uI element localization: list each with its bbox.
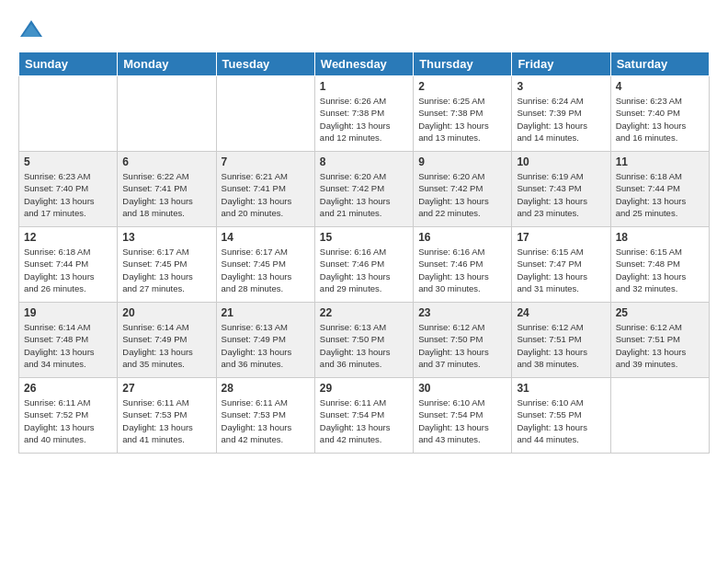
logo (18, 17, 48, 42)
day-cell: 14Sunrise: 6:17 AM Sunset: 7:45 PM Dayli… (216, 227, 314, 303)
day-number: 3 (517, 80, 605, 93)
day-number: 15 (320, 231, 408, 244)
day-cell: 30Sunrise: 6:10 AM Sunset: 7:54 PM Dayli… (414, 378, 512, 454)
week-row-3: 12Sunrise: 6:18 AM Sunset: 7:44 PM Dayli… (19, 227, 710, 303)
calendar-header-row: SundayMondayTuesdayWednesdayThursdayFrid… (19, 52, 710, 76)
day-number: 4 (616, 80, 704, 93)
day-number: 14 (222, 231, 310, 244)
col-header-monday: Monday (118, 52, 216, 76)
day-cell: 3Sunrise: 6:24 AM Sunset: 7:39 PM Daylig… (512, 76, 610, 152)
day-info: Sunrise: 6:11 AM Sunset: 7:53 PM Dayligh… (122, 396, 210, 445)
day-info: Sunrise: 6:11 AM Sunset: 7:52 PM Dayligh… (24, 396, 112, 445)
day-number: 5 (24, 155, 112, 168)
day-cell: 12Sunrise: 6:18 AM Sunset: 7:44 PM Dayli… (19, 227, 118, 303)
col-header-saturday: Saturday (610, 52, 709, 76)
col-header-thursday: Thursday (414, 52, 512, 76)
col-header-wednesday: Wednesday (314, 52, 413, 76)
day-cell (19, 76, 118, 152)
day-number: 9 (418, 155, 506, 168)
day-info: Sunrise: 6:17 AM Sunset: 7:45 PM Dayligh… (122, 246, 210, 294)
day-cell (610, 378, 709, 454)
day-number: 16 (418, 231, 506, 244)
day-number: 2 (418, 80, 506, 93)
day-cell: 31Sunrise: 6:10 AM Sunset: 7:55 PM Dayli… (512, 378, 610, 454)
day-cell: 6Sunrise: 6:22 AM Sunset: 7:41 PM Daylig… (118, 152, 216, 227)
day-info: Sunrise: 6:12 AM Sunset: 7:51 PM Dayligh… (517, 321, 605, 370)
day-cell: 22Sunrise: 6:13 AM Sunset: 7:50 PM Dayli… (314, 303, 413, 378)
day-cell: 13Sunrise: 6:17 AM Sunset: 7:45 PM Dayli… (118, 227, 216, 303)
week-row-5: 26Sunrise: 6:11 AM Sunset: 7:52 PM Dayli… (19, 378, 710, 454)
day-cell: 9Sunrise: 6:20 AM Sunset: 7:42 PM Daylig… (414, 152, 512, 227)
day-cell: 15Sunrise: 6:16 AM Sunset: 7:46 PM Dayli… (314, 227, 413, 303)
day-cell: 11Sunrise: 6:18 AM Sunset: 7:44 PM Dayli… (610, 152, 709, 227)
day-cell: 2Sunrise: 6:25 AM Sunset: 7:38 PM Daylig… (414, 76, 512, 152)
col-header-tuesday: Tuesday (216, 52, 314, 76)
day-info: Sunrise: 6:15 AM Sunset: 7:47 PM Dayligh… (517, 246, 605, 294)
day-info: Sunrise: 6:22 AM Sunset: 7:41 PM Dayligh… (122, 170, 210, 219)
day-number: 17 (517, 231, 605, 244)
day-number: 29 (320, 382, 408, 395)
day-number: 11 (616, 155, 704, 168)
day-number: 24 (517, 306, 605, 319)
day-number: 8 (320, 155, 408, 168)
day-number: 7 (222, 155, 310, 168)
day-cell: 19Sunrise: 6:14 AM Sunset: 7:48 PM Dayli… (19, 303, 118, 378)
day-number: 30 (418, 382, 506, 395)
day-number: 19 (24, 306, 112, 319)
day-number: 13 (122, 231, 210, 244)
day-info: Sunrise: 6:24 AM Sunset: 7:39 PM Dayligh… (517, 95, 605, 144)
day-cell: 1Sunrise: 6:26 AM Sunset: 7:38 PM Daylig… (314, 76, 413, 152)
day-number: 12 (24, 231, 112, 244)
day-info: Sunrise: 6:19 AM Sunset: 7:43 PM Dayligh… (517, 170, 605, 219)
day-info: Sunrise: 6:26 AM Sunset: 7:38 PM Dayligh… (320, 95, 408, 144)
day-info: Sunrise: 6:18 AM Sunset: 7:44 PM Dayligh… (616, 170, 704, 219)
day-number: 1 (320, 80, 408, 93)
day-info: Sunrise: 6:20 AM Sunset: 7:42 PM Dayligh… (320, 170, 408, 219)
day-cell: 23Sunrise: 6:12 AM Sunset: 7:50 PM Dayli… (414, 303, 512, 378)
day-number: 18 (616, 231, 704, 244)
day-cell: 10Sunrise: 6:19 AM Sunset: 7:43 PM Dayli… (512, 152, 610, 227)
day-number: 6 (122, 155, 210, 168)
day-cell: 29Sunrise: 6:11 AM Sunset: 7:54 PM Dayli… (314, 378, 413, 454)
day-cell: 28Sunrise: 6:11 AM Sunset: 7:53 PM Dayli… (216, 378, 314, 454)
day-cell (118, 76, 216, 152)
day-info: Sunrise: 6:12 AM Sunset: 7:51 PM Dayligh… (616, 321, 704, 370)
day-info: Sunrise: 6:11 AM Sunset: 7:54 PM Dayligh… (320, 396, 408, 445)
day-cell: 25Sunrise: 6:12 AM Sunset: 7:51 PM Dayli… (610, 303, 709, 378)
day-info: Sunrise: 6:11 AM Sunset: 7:53 PM Dayligh… (222, 396, 310, 445)
col-header-sunday: Sunday (19, 52, 118, 76)
day-number: 26 (24, 382, 112, 395)
day-cell: 26Sunrise: 6:11 AM Sunset: 7:52 PM Dayli… (19, 378, 118, 454)
week-row-2: 5Sunrise: 6:23 AM Sunset: 7:40 PM Daylig… (19, 152, 710, 227)
day-info: Sunrise: 6:14 AM Sunset: 7:49 PM Dayligh… (122, 321, 210, 370)
day-cell: 24Sunrise: 6:12 AM Sunset: 7:51 PM Dayli… (512, 303, 610, 378)
day-info: Sunrise: 6:16 AM Sunset: 7:46 PM Dayligh… (418, 246, 506, 294)
week-row-4: 19Sunrise: 6:14 AM Sunset: 7:48 PM Dayli… (19, 303, 710, 378)
day-info: Sunrise: 6:25 AM Sunset: 7:38 PM Dayligh… (418, 95, 506, 144)
day-cell: 16Sunrise: 6:16 AM Sunset: 7:46 PM Dayli… (414, 227, 512, 303)
day-cell: 4Sunrise: 6:23 AM Sunset: 7:40 PM Daylig… (610, 76, 709, 152)
day-info: Sunrise: 6:14 AM Sunset: 7:48 PM Dayligh… (24, 321, 112, 370)
day-cell: 27Sunrise: 6:11 AM Sunset: 7:53 PM Dayli… (118, 378, 216, 454)
day-number: 31 (517, 382, 605, 395)
logo-icon (18, 17, 44, 42)
day-cell: 8Sunrise: 6:20 AM Sunset: 7:42 PM Daylig… (314, 152, 413, 227)
day-info: Sunrise: 6:17 AM Sunset: 7:45 PM Dayligh… (222, 246, 310, 294)
day-info: Sunrise: 6:20 AM Sunset: 7:42 PM Dayligh… (418, 170, 506, 219)
day-cell: 7Sunrise: 6:21 AM Sunset: 7:41 PM Daylig… (216, 152, 314, 227)
day-info: Sunrise: 6:23 AM Sunset: 7:40 PM Dayligh… (616, 95, 704, 144)
day-info: Sunrise: 6:15 AM Sunset: 7:48 PM Dayligh… (616, 246, 704, 294)
day-info: Sunrise: 6:13 AM Sunset: 7:49 PM Dayligh… (222, 321, 310, 370)
day-info: Sunrise: 6:21 AM Sunset: 7:41 PM Dayligh… (222, 170, 310, 219)
page: SundayMondayTuesdayWednesdayThursdayFrid… (0, 0, 728, 563)
day-number: 23 (418, 306, 506, 319)
day-info: Sunrise: 6:13 AM Sunset: 7:50 PM Dayligh… (320, 321, 408, 370)
day-number: 22 (320, 306, 408, 319)
day-cell (216, 76, 314, 152)
day-number: 27 (122, 382, 210, 395)
day-cell: 18Sunrise: 6:15 AM Sunset: 7:48 PM Dayli… (610, 227, 709, 303)
day-info: Sunrise: 6:10 AM Sunset: 7:54 PM Dayligh… (418, 396, 506, 445)
day-info: Sunrise: 6:23 AM Sunset: 7:40 PM Dayligh… (24, 170, 112, 219)
day-info: Sunrise: 6:10 AM Sunset: 7:55 PM Dayligh… (517, 396, 605, 445)
day-info: Sunrise: 6:12 AM Sunset: 7:50 PM Dayligh… (418, 321, 506, 370)
